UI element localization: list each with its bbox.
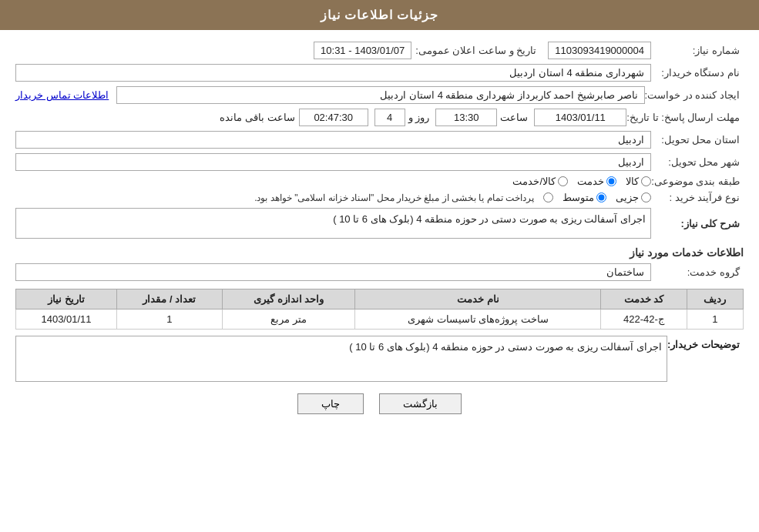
deadline-remaining-label: ساعت باقی مانده [220, 112, 294, 123]
category-option-khadamat[interactable]: خدمت [577, 176, 616, 187]
col-service-code: کد خدمت [601, 289, 687, 309]
purchase-desc: پرداخت تمام یا بخشی از مبلغ خریدار محل "… [254, 192, 534, 203]
announce-datetime-label: تاریخ و ساعت اعلان عمومی: [415, 45, 536, 56]
contact-link[interactable]: اطلاعات تماس خریدار [15, 89, 109, 101]
need-number-value: 1103093419000004 [548, 42, 651, 59]
category-label: طبقه بندی موضوعی: [651, 176, 744, 187]
deadline-days-value: 4 [374, 109, 405, 126]
table-cell-3: متر مربع [222, 309, 355, 330]
action-buttons-row: بازگشت چاپ [15, 393, 744, 414]
table-cell-1: ج-42-422 [601, 309, 687, 330]
col-quantity: تعداد / مقدار [116, 289, 222, 309]
city-value: اردبیل [15, 153, 651, 171]
col-date: تاریخ نیاز [16, 289, 117, 309]
services-table: ردیف کد خدمت نام خدمت واحد اندازه گیری ت… [15, 289, 744, 330]
page-title: جزئیات اطلاعات نیاز [321, 8, 439, 22]
city-label: شهر محل تحویل: [651, 156, 744, 168]
table-cell-0: 1 [687, 309, 743, 330]
buyer-org-value: شهرداری منطقه 4 استان اردبیل [15, 64, 651, 82]
print-button[interactable]: چاپ [297, 393, 364, 414]
general-desc-label: شرح کلی نیاز: [651, 218, 744, 229]
table-row: 1ج-42-422ساخت پروژه‌های تاسیسات شهریمتر … [16, 309, 744, 330]
table-cell-2: ساخت پروژه‌های تاسیسات شهری [355, 309, 601, 330]
purchase-option-jozi[interactable]: جزیی [616, 192, 651, 203]
deadline-days-label: روز و [408, 112, 430, 123]
purchase-type-radio-group: جزیی متوسط پرداخت تمام یا بخشی از مبلغ خ… [15, 192, 651, 203]
buyer-desc-label: توضیحات خریدار: [667, 336, 744, 350]
col-row-num: ردیف [687, 289, 743, 309]
province-label: استان محل تحویل: [651, 134, 744, 146]
col-service-name: نام خدمت [355, 289, 601, 309]
services-section-title: اطلاعات خدمات مورد نیاز [15, 246, 744, 259]
purchase-option-other[interactable] [543, 192, 553, 202]
back-button[interactable]: بازگشت [379, 393, 462, 414]
creator-value: ناصر صابرشیخ احمد کاربرداز شهرداری منطقه… [116, 86, 644, 104]
announce-datetime-value: 1403/01/07 - 10:31 [314, 42, 411, 59]
table-cell-5: 1403/01/11 [16, 309, 117, 330]
creator-label: ایجاد کننده در خواست: [645, 89, 744, 101]
services-table-section: ردیف کد خدمت نام خدمت واحد اندازه گیری ت… [15, 289, 744, 330]
category-option-kala[interactable]: کالا [626, 176, 651, 187]
need-number-label: شماره نیاز: [651, 45, 744, 56]
general-desc-value: اجرای آسفالت ریزی به صورت دستی در حوزه م… [15, 208, 651, 239]
category-radio-group: کالا خدمت کالا/خدمت [15, 176, 651, 187]
deadline-remaining-value: 02:47:30 [299, 109, 368, 126]
table-cell-4: 1 [116, 309, 222, 330]
page-header: جزئیات اطلاعات نیاز [0, 0, 759, 30]
col-unit: واحد اندازه گیری [222, 289, 355, 309]
buyer-org-label: نام دستگاه خریدار: [651, 67, 744, 79]
purchase-option-motavaset[interactable]: متوسط [563, 192, 606, 203]
purchase-type-label: نوع فرآیند خرید : [651, 192, 744, 203]
service-group-label: گروه خدمت: [651, 266, 744, 278]
deadline-date-value: 1403/01/11 [534, 109, 626, 126]
province-value: اردبیل [15, 131, 651, 149]
deadline-label: مهلت ارسال پاسخ: تا تاریخ: [626, 112, 744, 123]
deadline-time-value: 13:30 [435, 109, 497, 126]
deadline-time-label: ساعت [500, 112, 528, 123]
service-group-value: ساختمان [15, 263, 651, 281]
category-option-kala-khadamat[interactable]: کالا/خدمت [512, 176, 568, 187]
buyer-desc-value: اجرای آسفالت ریزی به صورت دستی در حوزه م… [15, 336, 667, 382]
